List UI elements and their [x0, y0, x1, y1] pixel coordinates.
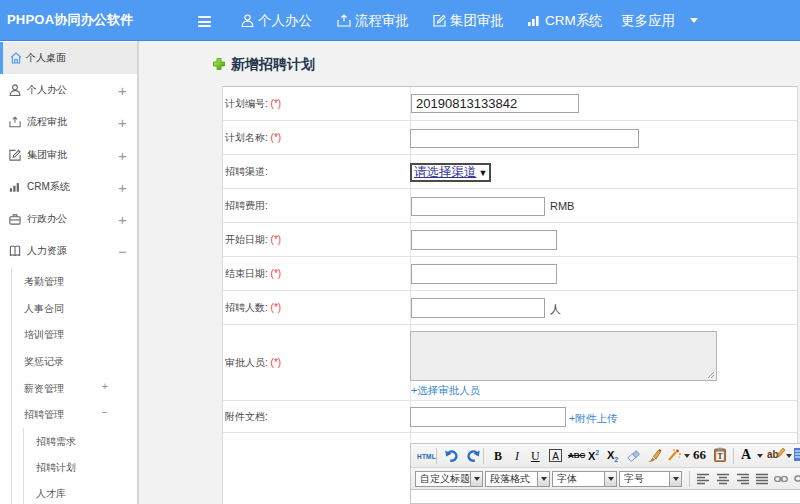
svg-text:T: T	[717, 452, 722, 461]
